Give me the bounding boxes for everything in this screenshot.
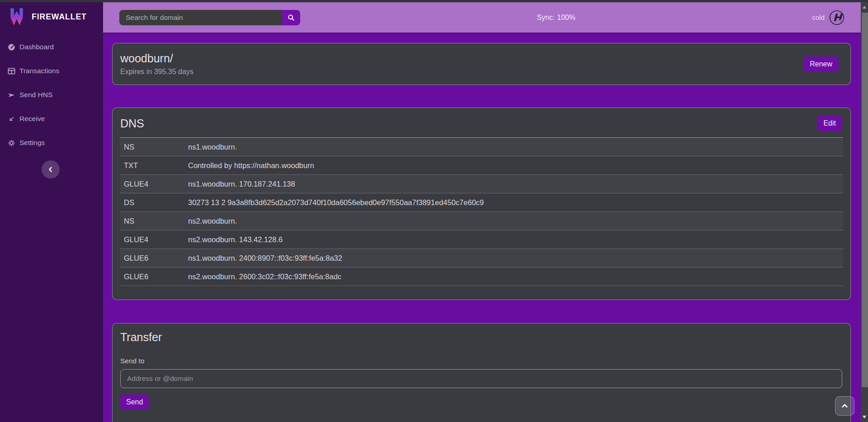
dns-record-type: NS bbox=[124, 217, 188, 225]
dns-record-type: NS bbox=[124, 143, 188, 151]
dns-record-value: ns1.woodburn. 2400:8907::f03c:93ff:fe5a:… bbox=[188, 254, 843, 263]
sidebar-item-label: Send HNS bbox=[19, 91, 52, 99]
domain-card-text: woodburn/ Expires in 395.35 days bbox=[120, 52, 193, 76]
scrollbar-down-arrow[interactable] bbox=[861, 413, 868, 421]
wallet-name-label: cold bbox=[812, 14, 825, 21]
topbar: Sync: 100% cold H bbox=[103, 2, 861, 33]
scroll-to-top-button[interactable] bbox=[835, 396, 854, 416]
dns-record-type: GLUE6 bbox=[124, 272, 188, 281]
dns-record-value: Controlled by https://nathan.woodburn bbox=[188, 161, 843, 170]
send-icon bbox=[7, 91, 15, 99]
dns-record-row: TXTControlled by https://nathan.woodburn bbox=[120, 156, 843, 175]
dns-record-type: DS bbox=[124, 198, 188, 207]
sidebar-item-receive[interactable]: Receive bbox=[7, 114, 103, 123]
domain-title: woodburn/ bbox=[120, 52, 193, 65]
firewallet-logo-icon bbox=[7, 6, 26, 27]
window-scrollbar bbox=[861, 2, 868, 422]
page-content: woodburn/ Expires in 395.35 days Renew D… bbox=[103, 33, 861, 422]
dns-record-value: ns2.woodburn. bbox=[188, 217, 843, 225]
dns-record-row: GLUE6ns2.woodburn. 2600:3c02::f03c:93ff:… bbox=[120, 267, 843, 286]
sidebar-item-settings[interactable]: Settings bbox=[7, 138, 103, 147]
triangle-up-icon bbox=[863, 6, 866, 9]
transfer-title: Transfer bbox=[120, 331, 842, 344]
window-top-strip bbox=[0, 0, 868, 2]
sidebar-item-send-hns[interactable]: Send HNS bbox=[7, 90, 103, 99]
chevron-up-icon bbox=[841, 402, 849, 410]
sync-status: Sync: 100% bbox=[300, 14, 812, 22]
dns-card: DNS Edit NSns1.woodburn.TXTControlled by… bbox=[112, 108, 851, 300]
dns-record-value: ns1.woodburn. 170.187.241.138 bbox=[188, 180, 843, 188]
renew-button[interactable]: Renew bbox=[803, 56, 839, 72]
domain-search bbox=[119, 10, 300, 25]
sidebar-item-dashboard[interactable]: Dashboard bbox=[7, 42, 103, 52]
sidebar-item-label: Settings bbox=[19, 139, 45, 147]
handshake-logo-icon[interactable]: H bbox=[829, 10, 844, 25]
sidebar: FIREWALLET Dashboard Transactions Send H… bbox=[0, 2, 103, 422]
dns-record-type: GLUE4 bbox=[124, 235, 188, 244]
main-area: Sync: 100% cold H woodburn/ Expires in 3… bbox=[103, 2, 861, 422]
magnifier-icon bbox=[288, 14, 295, 21]
dns-title: DNS bbox=[120, 117, 144, 130]
dns-record-type: GLUE6 bbox=[124, 254, 188, 263]
dns-record-value: ns2.woodburn. 2600:3c02::f03c:93ff:fe5a:… bbox=[188, 272, 843, 281]
send-transfer-button[interactable]: Send bbox=[120, 394, 149, 410]
dns-card-header: DNS Edit bbox=[113, 108, 850, 137]
sidebar-item-transactions[interactable]: Transactions bbox=[7, 66, 103, 75]
dns-record-row: GLUE4ns1.woodburn. 170.187.241.138 bbox=[120, 175, 843, 193]
table-icon bbox=[7, 67, 15, 75]
dns-table: NSns1.woodburn.TXTControlled by https://… bbox=[120, 138, 843, 286]
send-to-label: Send to bbox=[120, 357, 842, 365]
gauge-icon bbox=[7, 43, 15, 51]
sidebar-item-label: Dashboard bbox=[19, 43, 54, 51]
sidebar-item-label: Transactions bbox=[19, 67, 59, 75]
app-window: FIREWALLET Dashboard Transactions Send H… bbox=[0, 0, 868, 422]
sidebar-collapse-button[interactable] bbox=[42, 160, 60, 178]
dns-record-type: TXT bbox=[124, 161, 188, 170]
dns-record-row: NSns2.woodburn. bbox=[120, 212, 843, 230]
dns-record-row: GLUE6ns1.woodburn. 2400:8907::f03c:93ff:… bbox=[120, 249, 843, 267]
sidebar-nav: Dashboard Transactions Send HNS Receive bbox=[0, 42, 103, 147]
dns-record-row: GLUE4ns2.woodburn. 143.42.128.6 bbox=[120, 230, 843, 249]
brand: FIREWALLET bbox=[0, 2, 103, 27]
search-input[interactable] bbox=[119, 10, 282, 25]
scrollbar-thumb[interactable] bbox=[862, 13, 868, 387]
chevron-left-icon bbox=[47, 166, 54, 173]
transfer-address-input[interactable] bbox=[120, 369, 842, 388]
dns-record-value: ns1.woodburn. bbox=[188, 143, 843, 151]
dns-record-type: GLUE4 bbox=[124, 180, 188, 188]
gear-icon bbox=[7, 139, 15, 147]
domain-card: woodburn/ Expires in 395.35 days Renew bbox=[112, 43, 851, 85]
transfer-card: Transfer Send to Send bbox=[112, 323, 851, 422]
triangle-down-icon bbox=[863, 416, 866, 418]
receive-icon bbox=[7, 115, 15, 123]
edit-dns-button[interactable]: Edit bbox=[817, 116, 842, 131]
dns-record-row: NSns1.woodburn. bbox=[120, 138, 843, 156]
brand-name: FIREWALLET bbox=[32, 12, 87, 22]
domain-expiry: Expires in 395.35 days bbox=[120, 68, 193, 76]
sidebar-item-label: Receive bbox=[19, 115, 45, 123]
dns-record-value: 30273 13 2 9a3a8fb3d625d2a2073d740f10da6… bbox=[188, 198, 843, 207]
scrollbar-up-arrow[interactable] bbox=[861, 3, 868, 11]
dns-record-value: ns2.woodburn. 143.42.128.6 bbox=[188, 235, 843, 244]
search-button[interactable] bbox=[282, 10, 300, 25]
dns-record-row: DS30273 13 2 9a3a8fb3d625d2a2073d740f10d… bbox=[120, 193, 843, 212]
